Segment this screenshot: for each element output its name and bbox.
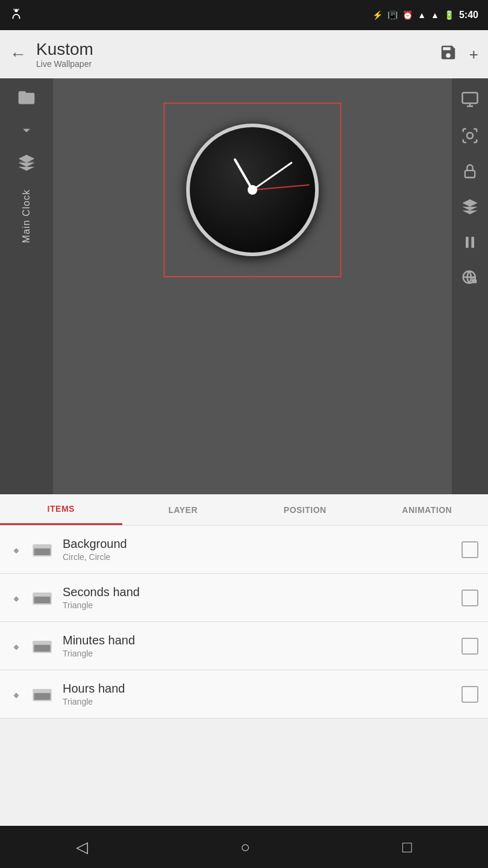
item-icon-minutes: [30, 634, 54, 658]
tab-items[interactable]: ITEMS: [0, 494, 122, 525]
clock-center-dot: [248, 185, 257, 195]
bottom-nav: ◁ ○ □: [0, 826, 488, 868]
sort-handle-background[interactable]: [10, 543, 23, 556]
item-sub-minutes: Triangle: [63, 649, 461, 658]
item-icon-hours: [30, 682, 54, 706]
globe-lock-icon[interactable]: [456, 264, 484, 295]
item-name-minutes: Minutes hand: [63, 634, 461, 647]
item-sub-background: Circle, Circle: [63, 552, 461, 562]
svg-rect-10: [471, 237, 474, 248]
checkbox-background[interactable]: [461, 541, 478, 558]
item-icon-seconds: [30, 586, 54, 610]
svg-point-7: [467, 133, 473, 139]
monitor-icon[interactable]: [456, 86, 484, 117]
sidebar-label: Main Clock: [21, 189, 32, 243]
sort-handle-minutes[interactable]: [10, 640, 23, 653]
svg-rect-8: [465, 171, 475, 178]
item-text-seconds: Seconds hand Triangle: [63, 585, 461, 610]
svg-point-0: [14, 8, 18, 12]
svg-rect-3: [19, 161, 34, 163]
clock-face: [186, 124, 319, 256]
item-name-seconds: Seconds hand: [63, 585, 461, 599]
signal-icon: ▲: [431, 10, 439, 20]
left-sidebar: Main Clock: [0, 78, 53, 494]
status-icon-android: [10, 7, 23, 24]
list-item[interactable]: Hours hand Triangle: [0, 670, 488, 719]
capture-icon[interactable]: [456, 122, 484, 153]
app-title-group: Kustom Live Wallpaper: [36, 40, 430, 69]
list-item[interactable]: Seconds hand Triangle: [0, 574, 488, 622]
back-button[interactable]: ←: [10, 45, 27, 64]
list-item[interactable]: Minutes hand Triangle: [0, 622, 488, 670]
svg-rect-20: [34, 693, 51, 699]
list-item[interactable]: Background Circle, Circle: [0, 526, 488, 574]
svg-rect-16: [34, 596, 51, 603]
svg-rect-12: [472, 280, 477, 283]
status-right: ⚡ 📳 ⏰ ▲ ▲ 🔋 5:40: [372, 10, 478, 20]
preview-area: Main Clock: [0, 78, 488, 494]
clock-widget[interactable]: [186, 124, 319, 256]
status-time: 5:40: [459, 10, 478, 20]
nav-home-button[interactable]: ○: [240, 838, 250, 857]
lock-icon[interactable]: [457, 158, 483, 188]
svg-point-1: [13, 8, 15, 10]
item-text-hours: Hours hand Triangle: [63, 682, 461, 706]
tabs-bar: ITEMS LAYER POSITION ANIMATION: [0, 494, 488, 526]
checkbox-hours[interactable]: [461, 686, 478, 703]
layers-icon[interactable]: [13, 149, 40, 180]
checkbox-seconds[interactable]: [461, 590, 478, 606]
add-button[interactable]: +: [469, 45, 478, 64]
svg-rect-4: [463, 93, 478, 104]
status-bar: ⚡ 📳 ⏰ ▲ ▲ 🔋 5:40: [0, 0, 488, 30]
battery-icon: 🔋: [444, 10, 454, 20]
pause-icon[interactable]: [457, 229, 483, 259]
svg-rect-18: [34, 644, 51, 651]
wifi-icon: ▲: [418, 10, 426, 20]
alarm-icon: ⏰: [402, 10, 413, 20]
tab-animation[interactable]: ANIMATION: [366, 494, 489, 525]
layers-stack-icon[interactable]: [456, 193, 484, 224]
tab-layer[interactable]: LAYER: [122, 494, 245, 525]
vibrate-icon: 📳: [387, 10, 398, 20]
sort-handle-hours[interactable]: [10, 688, 23, 701]
nav-back-button[interactable]: ◁: [76, 838, 88, 857]
app-bar-actions: +: [439, 43, 478, 66]
checkbox-minutes[interactable]: [461, 638, 478, 655]
chevron-down-icon[interactable]: [14, 118, 39, 146]
items-list: Background Circle, Circle Seconds hand T…: [0, 526, 488, 719]
save-button[interactable]: [439, 43, 457, 66]
sort-handle-seconds[interactable]: [10, 591, 23, 605]
nav-recent-button[interactable]: □: [402, 838, 412, 857]
item-text-background: Background Circle, Circle: [63, 537, 461, 562]
svg-rect-9: [466, 237, 469, 248]
item-name-hours: Hours hand: [63, 682, 461, 696]
item-sub-hours: Triangle: [63, 697, 461, 706]
item-name-background: Background: [63, 537, 461, 551]
right-sidebar: [452, 78, 488, 494]
tab-position[interactable]: POSITION: [244, 494, 366, 525]
folder-icon[interactable]: [13, 84, 40, 115]
app-bar: ← Kustom Live Wallpaper +: [0, 30, 488, 78]
app-subtitle: Live Wallpaper: [36, 59, 430, 69]
bluetooth-icon: ⚡: [372, 10, 383, 20]
item-text-minutes: Minutes hand Triangle: [63, 634, 461, 658]
item-icon-background: [30, 538, 54, 562]
svg-rect-14: [34, 548, 51, 555]
item-sub-seconds: Triangle: [63, 600, 461, 610]
canvas-area: [53, 78, 452, 494]
app-title: Kustom: [36, 40, 430, 59]
svg-point-2: [17, 8, 19, 10]
